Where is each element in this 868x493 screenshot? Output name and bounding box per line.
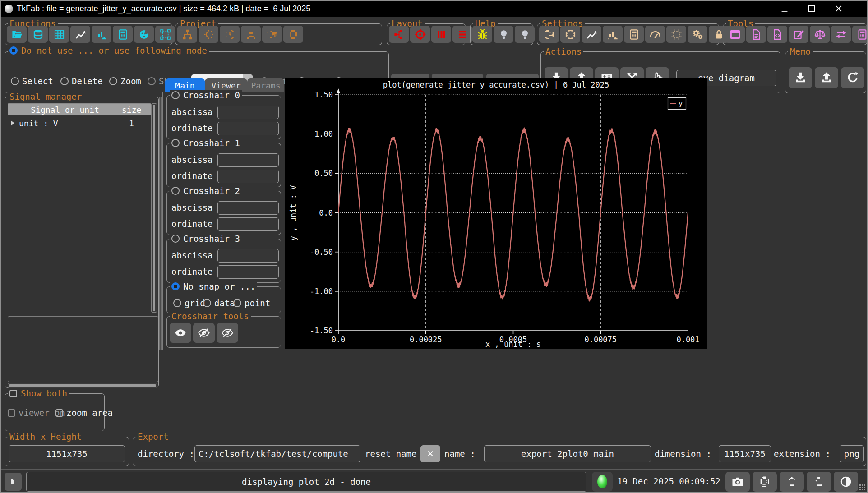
clipboard-button[interactable] [753,472,777,492]
snap-option-data[interactable]: data [203,298,235,309]
radio-icon[interactable] [11,77,19,85]
radio-icon[interactable] [203,299,211,307]
maximize-button[interactable] [805,3,818,14]
show-both-checkbox[interactable] [9,390,17,397]
crosshair-0-radio[interactable] [171,91,180,99]
compare-button[interactable] [810,26,830,43]
hint-button[interactable] [494,26,513,43]
window-tool-button[interactable] [725,26,745,43]
debug-button[interactable] [472,26,492,43]
crosshair-0-abscissa-input[interactable] [217,106,279,119]
crosshair-2-ordinate-input[interactable] [217,217,279,231]
memo-load-button[interactable] [815,67,838,88]
status-download-button[interactable] [807,472,831,492]
crosshair-3-ordinate-input[interactable] [217,265,279,279]
radio-icon[interactable] [173,299,181,307]
histogram-settings-button[interactable] [603,26,623,43]
tab-params[interactable]: Params [247,78,284,92]
resize-grip[interactable] [859,484,865,490]
width-height-input[interactable]: 1151x735 [9,445,125,462]
crosshair-hide-button[interactable] [193,323,215,343]
theme-contrast-button[interactable] [834,472,858,492]
title-bar[interactable]: TkFab : file = generate_jitter_y_accurat… [0,0,868,17]
layout-rows-button[interactable] [452,26,472,43]
preferences-button[interactable] [688,26,707,43]
column-size[interactable]: size [122,105,151,115]
zoom-area-option[interactable]: zoom area [55,407,113,418]
run-button[interactable] [5,473,22,491]
viewer-on-checkbox[interactable] [8,409,15,417]
radio-icon[interactable] [60,77,69,85]
layout-tree-button[interactable] [389,26,409,43]
crosshair-1-radio[interactable] [171,139,180,147]
radio-icon[interactable] [233,299,241,307]
project-tutorial-button[interactable] [262,26,282,43]
reset-name-button[interactable] [420,445,440,462]
mode-radio-delete[interactable]: Delete [60,76,103,87]
snap-option-point[interactable]: point [233,298,270,309]
calc-settings-button[interactable] [624,26,644,43]
crosshair-show-button[interactable] [170,323,191,343]
project-notes-button[interactable] [283,26,303,43]
extension-input[interactable]: png [840,445,864,462]
transform-button[interactable] [155,26,175,43]
project-history-button[interactable] [220,26,240,43]
calculator-tool-button[interactable] [852,26,868,43]
calculator-button[interactable] [113,26,133,43]
screenshot-button[interactable] [725,472,750,492]
crosshair-2-abscissa-input[interactable] [217,201,279,215]
layout-center-button[interactable] [410,26,430,43]
crosshair-3-radio[interactable] [171,235,180,243]
memo-refresh-button[interactable] [841,67,864,88]
radio-icon[interactable] [109,77,117,85]
export-name-input[interactable]: export_2plot0_main [484,445,651,462]
project-settings-button[interactable] [199,26,218,43]
signal-tree-header[interactable]: Signal or unit size [8,104,151,115]
gauge-settings-button[interactable] [645,26,665,43]
radio-icon[interactable] [148,77,156,85]
plot-canvas[interactable]: 1.501.000.500.0-0.50-1.00-1.500.00.00025… [285,78,707,349]
do-not-use-radio[interactable] [9,46,18,55]
report-button[interactable] [746,26,766,43]
transform-settings-button[interactable] [666,26,686,43]
directory-input[interactable]: C:/tclsoft/tkfab/test/compute [194,445,360,462]
memo-save-button[interactable] [789,67,812,88]
dimension-input[interactable]: 1151x735 [719,445,771,462]
mode-radio-zoom[interactable]: Zoom [109,76,141,87]
crosshair-1-abscissa-input[interactable] [217,153,279,167]
tip-button[interactable] [515,26,535,43]
no-snap-radio[interactable] [171,282,180,290]
crosshair-hide-all-button[interactable] [217,323,238,343]
tree-expand-icon[interactable] [11,120,14,126]
panel-sash[interactable] [159,97,162,350]
crosshair-0-ordinate-input[interactable] [217,122,279,135]
plot-settings-button[interactable] [582,26,601,43]
project-tree-button[interactable] [177,26,197,43]
crosshair-1-ordinate-input[interactable] [217,170,279,183]
db-settings-button[interactable] [539,26,559,43]
zoom-area-checkbox[interactable] [55,409,63,417]
palette-button[interactable] [134,26,154,43]
open-file-button[interactable] [7,26,27,43]
layout-columns-button[interactable] [431,26,451,43]
mode-radio-select[interactable]: Select [11,76,53,87]
signal-database-button[interactable] [28,26,48,43]
signal-tree-row[interactable]: unit : V 1 [8,117,151,129]
column-signal-or-unit[interactable]: Signal or unit [8,105,122,115]
swap-button[interactable] [831,26,851,43]
close-button[interactable] [832,3,845,14]
minimize-button[interactable] [778,3,791,14]
histogram-button[interactable] [92,26,111,43]
project-user-button[interactable] [241,26,261,43]
signal-h-scrollbar[interactable] [8,383,157,388]
snap-option-grid[interactable]: grid [173,298,205,309]
data-table-button[interactable] [49,26,69,43]
crosshair-2-radio[interactable] [171,187,180,195]
signal-tree-scrollbar[interactable] [151,103,157,313]
plot-2d-button[interactable] [70,26,90,43]
table-settings-button[interactable] [560,26,580,43]
edit-tool-button[interactable] [789,26,808,43]
script-button[interactable] [767,26,787,43]
status-upload-button[interactable] [780,472,804,492]
crosshair-3-abscissa-input[interactable] [217,249,279,263]
